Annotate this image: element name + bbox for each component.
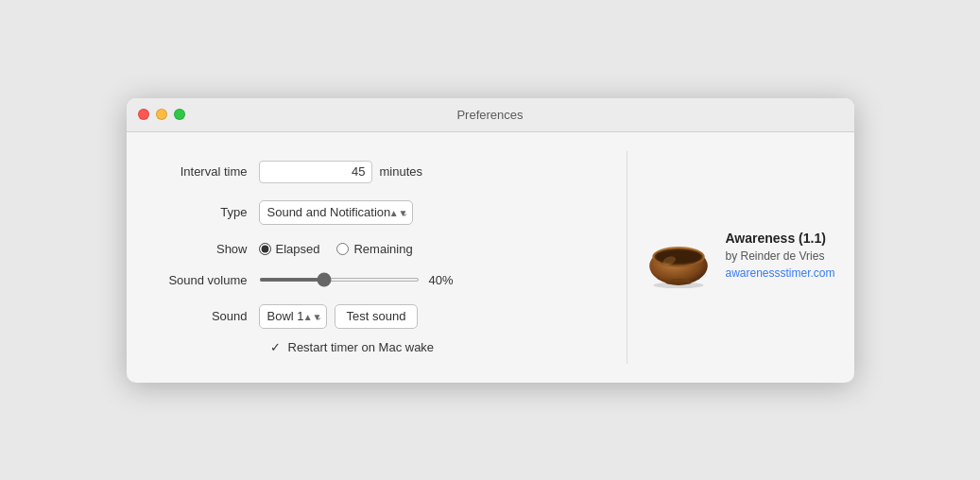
bowl-icon [645, 227, 712, 288]
remaining-radio[interactable] [336, 243, 349, 255]
maximize-button[interactable] [174, 109, 185, 120]
svg-point-2 [657, 249, 702, 263]
sound-select-wrapper: Bowl 1 Bowl 2 Bell Chime ▲▼ [259, 304, 327, 329]
checkmark-icon: ✓ [270, 340, 281, 354]
elapsed-label: Elapsed [276, 242, 320, 256]
minutes-label: minutes [380, 164, 423, 179]
type-label: Type [155, 205, 259, 219]
traffic-lights [138, 109, 185, 120]
volume-control: 40% [259, 273, 462, 287]
sound-select[interactable]: Bowl 1 Bowl 2 Bell Chime [259, 304, 327, 329]
type-select-wrapper: Sound and Notification Sound only Notifi… [259, 200, 413, 225]
remaining-radio-label[interactable]: Remaining [336, 242, 412, 256]
window-title: Preferences [456, 108, 523, 122]
show-row: Show Elapsed Remaining [155, 242, 598, 256]
app-text: Awareness (1.1) by Reinder de Vries awar… [725, 227, 834, 280]
app-name: Awareness (1.1) [725, 231, 834, 246]
close-button[interactable] [138, 109, 149, 120]
interval-input[interactable] [259, 161, 372, 183]
restart-label: Restart timer on Mac wake [288, 340, 435, 354]
interval-label: Interval time [155, 164, 259, 179]
type-row: Type Sound and Notification Sound only N… [155, 200, 598, 225]
sound-row: Sound Bowl 1 Bowl 2 Bell Chime ▲▼ Test s… [155, 304, 598, 329]
interval-row: Interval time minutes [155, 161, 598, 183]
volume-label: Sound volume [155, 273, 259, 287]
show-control: Elapsed Remaining [259, 242, 413, 256]
left-panel: Interval time minutes Type Sound and Not… [127, 151, 628, 364]
titlebar: Preferences [127, 98, 854, 132]
restart-row: ✓ Restart timer on Mac wake [270, 340, 598, 354]
volume-percent: 40% [429, 273, 462, 287]
app-link[interactable]: awarenessstimer.com [725, 266, 834, 280]
remaining-label: Remaining [353, 242, 412, 256]
volume-slider[interactable] [259, 278, 420, 282]
svg-point-6 [654, 282, 704, 288]
sound-control: Bowl 1 Bowl 2 Bell Chime ▲▼ Test sound [259, 304, 419, 329]
show-label: Show [155, 242, 259, 256]
volume-row: Sound volume 40% [155, 273, 598, 287]
interval-control: minutes [259, 161, 423, 183]
elapsed-radio-label[interactable]: Elapsed [259, 242, 320, 256]
main-content: Interval time minutes Type Sound and Not… [127, 132, 854, 383]
type-select[interactable]: Sound and Notification Sound only Notifi… [259, 200, 413, 225]
test-sound-button[interactable]: Test sound [335, 304, 419, 329]
type-control: Sound and Notification Sound only Notifi… [259, 200, 413, 225]
app-info: Awareness (1.1) by Reinder de Vries awar… [645, 227, 834, 288]
sound-label: Sound [155, 309, 259, 323]
app-author: by Reinder de Vries [725, 249, 834, 263]
elapsed-radio[interactable] [259, 243, 271, 255]
minimize-button[interactable] [156, 109, 167, 120]
preferences-window: Preferences Interval time minutes Type S… [127, 98, 854, 383]
right-panel: Awareness (1.1) by Reinder de Vries awar… [628, 151, 854, 364]
